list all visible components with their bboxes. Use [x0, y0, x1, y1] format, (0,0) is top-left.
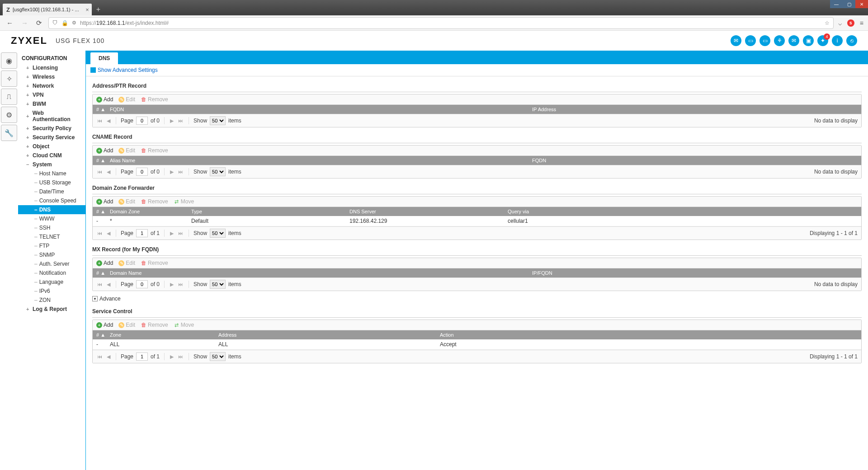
header-icon-5[interactable]: ✉	[788, 35, 799, 46]
col-header[interactable]: # ▲	[96, 270, 110, 276]
col-header[interactable]: Alias Name	[110, 158, 532, 163]
col-header[interactable]: FQDN	[532, 158, 858, 163]
nav-sub-ssh[interactable]: –SSH	[18, 223, 85, 232]
rail-dashboard-icon[interactable]: ◉	[1, 52, 17, 69]
col-header[interactable]: # ▲	[96, 332, 110, 338]
edit-button[interactable]: ✎Edit	[118, 147, 135, 154]
table-row[interactable]: -ALLALLAccept	[93, 339, 861, 350]
nav-sub-host-name[interactable]: –Host Name	[18, 169, 85, 178]
last-page[interactable]: ⏭	[177, 282, 184, 287]
col-header[interactable]: # ▲	[96, 107, 110, 112]
nav-item-bwm[interactable]: +BWM	[18, 99, 85, 108]
col-header[interactable]: # ▲	[96, 158, 110, 163]
first-page[interactable]: ⏮	[96, 230, 103, 236]
nav-item-licensing[interactable]: +Licensing	[18, 63, 85, 72]
reload-button[interactable]: ⟳	[34, 17, 44, 29]
header-icon-notif[interactable]: ✦4	[817, 35, 828, 46]
first-page[interactable]: ⏮	[96, 354, 103, 359]
add-button[interactable]: +Add	[96, 198, 113, 205]
nav-item-security-policy[interactable]: +Security Policy	[18, 124, 85, 133]
col-header[interactable]: IP Address	[532, 107, 858, 112]
next-page[interactable]: ▶	[169, 230, 175, 236]
nav-sub-date-time[interactable]: –Date/Time	[18, 187, 85, 196]
first-page[interactable]: ⏮	[96, 169, 103, 174]
edit-button[interactable]: ✎Edit	[118, 260, 135, 266]
new-tab-button[interactable]: +	[96, 5, 100, 14]
page-size-select[interactable]: 50	[210, 280, 226, 289]
page-input[interactable]	[136, 168, 148, 176]
edit-button[interactable]: ✎Edit	[118, 96, 135, 103]
nav-sub-usb-storage[interactable]: –USB Storage	[18, 178, 85, 187]
last-page[interactable]: ⏭	[177, 118, 184, 123]
first-page[interactable]: ⏮	[96, 118, 103, 123]
header-icon-2[interactable]: ▭	[745, 35, 756, 46]
rail-maint-icon[interactable]: 🔧	[1, 125, 17, 141]
header-icon-1[interactable]: ✉	[731, 35, 741, 46]
add-button[interactable]: +Add	[96, 260, 113, 266]
col-header[interactable]: FQDN	[110, 107, 532, 112]
add-button[interactable]: +Add	[96, 147, 113, 154]
page-size-select[interactable]: 50	[210, 167, 226, 176]
col-header[interactable]: Domain Name	[110, 270, 532, 276]
col-header[interactable]: Domain Zone	[110, 209, 191, 214]
page-input[interactable]	[136, 280, 148, 288]
next-page[interactable]: ▶	[169, 282, 175, 287]
header-icon-4[interactable]: ⚘	[774, 35, 785, 46]
nav-item-wireless[interactable]: +Wireless	[18, 72, 85, 81]
advance-toggle[interactable]: ▼Advance	[92, 296, 862, 302]
remove-button[interactable]: 🗑Remove	[141, 322, 168, 328]
prev-page[interactable]: ◀	[106, 230, 111, 236]
col-header[interactable]: Zone	[110, 332, 218, 338]
remove-button[interactable]: 🗑Remove	[141, 96, 168, 103]
first-page[interactable]: ⏮	[96, 282, 103, 287]
next-page[interactable]: ▶	[169, 169, 175, 175]
add-button[interactable]: +Add	[96, 322, 113, 328]
header-icon-3[interactable]: ▭	[760, 35, 770, 46]
menu-icon[interactable]: ≡	[860, 19, 863, 27]
nav-sub-dns[interactable]: –DNS	[18, 205, 85, 214]
nav-sub-auth-server[interactable]: –Auth. Server	[18, 259, 85, 268]
col-header[interactable]: Type	[191, 209, 349, 214]
rail-status-icon[interactable]: ⎍	[1, 89, 17, 105]
prev-page[interactable]: ◀	[106, 354, 111, 360]
prev-page[interactable]: ◀	[106, 118, 111, 124]
move-button[interactable]: ⇄Move	[174, 198, 194, 205]
page-size-select[interactable]: 50	[210, 229, 226, 238]
nav-sub-www[interactable]: –WWW	[18, 214, 85, 223]
header-icon-info[interactable]: i	[832, 35, 843, 46]
nav-item-network[interactable]: +Network	[18, 81, 85, 90]
edit-button[interactable]: ✎Edit	[118, 198, 135, 205]
forward-button[interactable]: →	[19, 17, 30, 28]
back-button[interactable]: ←	[5, 17, 15, 28]
page-size-select[interactable]: 50	[210, 352, 226, 361]
browser-tab[interactable]: Z [usgflex100] (192.168.1.1) - ... ×	[3, 4, 92, 15]
nav-sub-ipv6[interactable]: –IPv6	[18, 287, 85, 296]
next-page[interactable]: ▶	[169, 118, 175, 124]
page-input[interactable]	[136, 229, 148, 237]
nav-sub-notification[interactable]: –Notification	[18, 268, 85, 277]
col-header[interactable]: # ▲	[96, 209, 110, 214]
remove-button[interactable]: 🗑Remove	[141, 198, 168, 205]
window-close-button[interactable]: ✕	[855, 0, 868, 8]
nav-sub-snmp[interactable]: –SNMP	[18, 250, 85, 259]
minimize-button[interactable]: —	[830, 0, 843, 8]
prev-page[interactable]: ◀	[106, 169, 111, 175]
table-row[interactable]: -*Default192.168.42.129cellular1	[93, 216, 861, 226]
col-header[interactable]: Query via	[508, 209, 858, 214]
prev-page[interactable]: ◀	[106, 282, 111, 287]
last-page[interactable]: ⏭	[177, 169, 184, 174]
col-header[interactable]: Address	[218, 332, 440, 338]
nav-sub-console-speed[interactable]: –Console Speed	[18, 196, 85, 205]
extension-icon[interactable]: s	[847, 19, 854, 27]
show-advanced-toggle[interactable]: Show Advanced Settings	[86, 64, 868, 76]
col-header[interactable]: DNS Server	[349, 209, 508, 214]
nav-item-vpn[interactable]: +VPN	[18, 90, 85, 99]
next-page[interactable]: ▶	[169, 354, 175, 360]
nav-sub-telnet[interactable]: –TELNET	[18, 232, 85, 241]
bookmark-icon[interactable]: ☆	[825, 20, 830, 26]
rail-config-icon[interactable]: ⚙	[1, 107, 17, 123]
nav-item-object[interactable]: +Object	[18, 142, 85, 151]
tab-dns[interactable]: DNS	[90, 52, 118, 64]
col-header[interactable]: IP/FQDN	[532, 270, 858, 276]
last-page[interactable]: ⏭	[177, 354, 184, 359]
